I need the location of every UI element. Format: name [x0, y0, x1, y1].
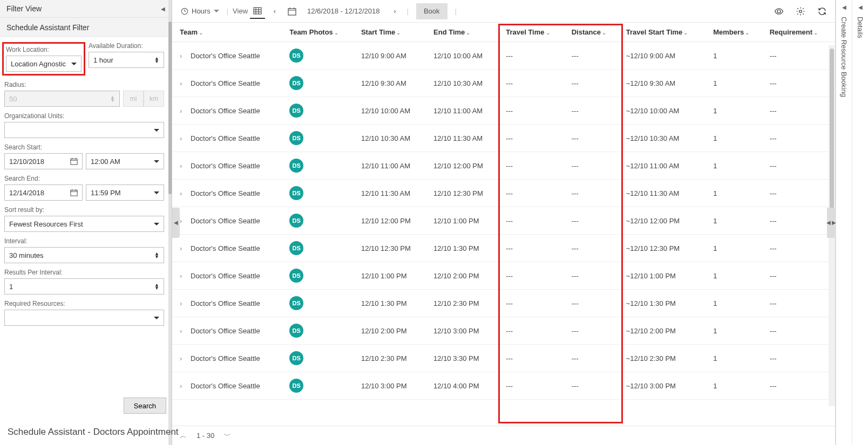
sidebar-splitter[interactable]: ◀	[172, 208, 180, 238]
chevron-right-icon: ›	[394, 7, 396, 15]
cell-start-time: 12/10 2:00 PM	[356, 317, 428, 345]
chevron-right-icon[interactable]: ›	[180, 272, 186, 280]
chevron-right-icon[interactable]: ›	[180, 244, 186, 252]
search-button[interactable]: Search	[124, 398, 166, 414]
chevron-right-icon[interactable]: ›	[180, 327, 186, 335]
next-button[interactable]: ›	[387, 4, 402, 19]
cell-travel-time: ---	[500, 125, 566, 152]
cell-start-time: 12/10 11:30 AM	[356, 180, 428, 207]
sidebar-scrollbar[interactable]	[168, 0, 172, 445]
cell-team: Doctor's Office Seattle	[191, 244, 260, 252]
results-grid: Team⌄ Team Photos⌄ Start Time⌄ End Time⌄…	[172, 23, 835, 400]
table-row[interactable]: ›Doctor's Office Seattle DS 12/10 3:00 P…	[172, 372, 835, 400]
calendar-button[interactable]	[284, 4, 300, 19]
pager-up-icon[interactable]: ︿	[180, 431, 187, 441]
chevron-right-icon[interactable]: ›	[180, 52, 186, 60]
table-row[interactable]: ›Doctor's Office Seattle DS 12/10 11:30 …	[172, 180, 835, 207]
refresh-button[interactable]	[815, 4, 830, 19]
cell-travel-time: ---	[500, 97, 566, 125]
table-row[interactable]: ›Doctor's Office Seattle DS 12/10 1:30 P…	[172, 290, 835, 317]
chevron-right-icon[interactable]: ›	[180, 217, 186, 225]
book-button[interactable]: Book	[416, 3, 447, 19]
cell-requirement: ---	[764, 97, 835, 125]
visibility-button[interactable]	[771, 4, 786, 19]
table-row[interactable]: ›Doctor's Office Seattle DS 12/10 9:00 A…	[172, 42, 835, 70]
cell-start-time: 12/10 2:30 PM	[356, 345, 428, 372]
search-start-date-input[interactable]: 12/10/2018	[4, 153, 83, 169]
col-start-time[interactable]: Start Time⌄	[356, 23, 428, 42]
table-row[interactable]: ›Doctor's Office Seattle DS 12/10 1:00 P…	[172, 262, 835, 290]
cell-end-time: 12/10 2:00 PM	[428, 262, 500, 290]
hours-dropdown[interactable]: Hours	[178, 4, 222, 19]
prev-button[interactable]: ‹	[267, 4, 282, 19]
org-units-select[interactable]	[4, 122, 164, 138]
cell-travel-start-time: ~12/10 12:30 PM	[621, 235, 708, 262]
settings-button[interactable]	[793, 4, 808, 19]
available-duration-input[interactable]: 1 hour ▲▼	[89, 52, 164, 68]
cell-end-time: 12/10 10:00 AM	[428, 42, 500, 70]
chevron-right-icon[interactable]: ›	[180, 134, 186, 142]
chevron-right-icon[interactable]: ›	[180, 79, 186, 87]
table-row[interactable]: ›Doctor's Office Seattle DS 12/10 10:00 …	[172, 97, 835, 125]
chevron-right-icon[interactable]: ›	[180, 189, 186, 197]
cell-requirement: ---	[764, 70, 835, 97]
search-end-time-input[interactable]: 11:59 PM	[86, 184, 164, 201]
chevron-right-icon[interactable]: ›	[180, 354, 186, 362]
table-row[interactable]: ›Doctor's Office Seattle DS 12/10 10:30 …	[172, 125, 835, 152]
required-resources-select[interactable]	[4, 310, 164, 326]
col-team[interactable]: Team⌄	[172, 23, 284, 42]
interval-input[interactable]: 30 minutes ▲▼	[4, 247, 164, 263]
cell-team: Doctor's Office Seattle	[191, 162, 260, 170]
col-end-time[interactable]: End Time⌄	[428, 23, 500, 42]
table-row[interactable]: ›Doctor's Office Seattle DS 12/10 2:00 P…	[172, 317, 835, 345]
cell-distance: ---	[566, 125, 621, 152]
collapse-left-icon[interactable]: ◀	[161, 6, 165, 12]
create-resource-booking-rail[interactable]: ◀ Create Resource Booking	[836, 0, 852, 445]
chevron-down-icon	[154, 191, 159, 194]
cell-members: 1	[708, 262, 764, 290]
work-location-select[interactable]: Location Agnostic	[6, 56, 82, 72]
col-members[interactable]: Members⌄	[708, 23, 764, 42]
svg-rect-0	[71, 159, 77, 165]
table-row[interactable]: ›Doctor's Office Seattle DS 12/10 11:00 …	[172, 152, 835, 180]
radius-label: Radius:	[4, 81, 164, 88]
search-start-time-input[interactable]: 12:00 AM	[86, 153, 164, 169]
col-team-photos[interactable]: Team Photos⌄	[284, 23, 356, 42]
details-rail[interactable]: ◀ Details	[852, 0, 868, 445]
chevron-right-icon[interactable]: ›	[180, 382, 186, 390]
unit-km-button: km	[144, 91, 164, 107]
search-end-date-input[interactable]: 12/14/2018	[4, 184, 83, 201]
collapse-left-icon: ◀	[842, 4, 846, 10]
right-splitter[interactable]: ◀ ▶	[827, 208, 836, 238]
spinner-icon: ▲▼	[110, 95, 115, 102]
table-row[interactable]: ›Doctor's Office Seattle DS 12/10 12:30 …	[172, 235, 835, 262]
table-row[interactable]: ›Doctor's Office Seattle DS 12/10 9:30 A…	[172, 70, 835, 97]
pager-down-icon[interactable]: ﹀	[224, 431, 231, 441]
cell-travel-start-time: ~12/10 2:30 PM	[621, 345, 708, 372]
cell-team: Doctor's Office Seattle	[191, 107, 260, 115]
col-travel-time[interactable]: Travel Time⌄	[500, 23, 566, 42]
chevron-right-icon[interactable]: ›	[180, 107, 186, 115]
create-resource-booking-label: Create Resource Booking	[840, 17, 848, 97]
chevron-right-icon[interactable]: ›	[180, 299, 186, 307]
cell-start-time: 12/10 11:00 AM	[356, 152, 428, 180]
table-row[interactable]: ›Doctor's Office Seattle DS 12/10 12:00 …	[172, 207, 835, 235]
cell-team: Doctor's Office Seattle	[191, 299, 260, 307]
view-grid-button[interactable]	[250, 4, 265, 19]
cell-members: 1	[708, 345, 764, 372]
cell-requirement: ---	[764, 235, 835, 262]
org-units-label: Organizational Units:	[4, 112, 164, 120]
avatar: DS	[289, 296, 303, 310]
results-per-interval-input[interactable]: 1 ▲▼	[4, 278, 164, 295]
cell-travel-start-time: ~12/10 2:00 PM	[621, 317, 708, 345]
cell-members: 1	[708, 42, 764, 70]
chevron-right-icon[interactable]: ›	[180, 162, 186, 170]
col-travel-start-time[interactable]: Travel Start Time⌄	[621, 23, 708, 42]
col-requirement[interactable]: Requirement⌄	[764, 23, 835, 42]
sort-result-select[interactable]: Fewest Resources First	[4, 216, 164, 232]
col-distance[interactable]: Distance⌄	[566, 23, 621, 42]
results-per-interval-value: 1	[9, 283, 13, 291]
cell-requirement: ---	[764, 125, 835, 152]
table-row[interactable]: ›Doctor's Office Seattle DS 12/10 2:30 P…	[172, 345, 835, 372]
cell-travel-start-time: ~12/10 9:30 AM	[621, 70, 708, 97]
